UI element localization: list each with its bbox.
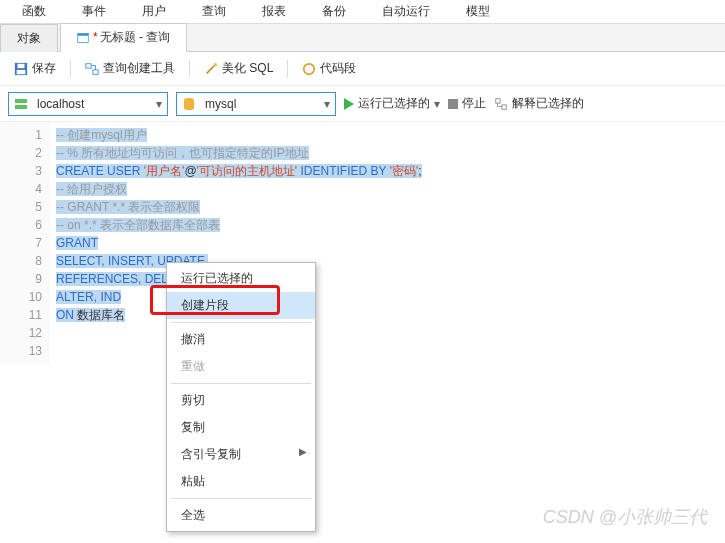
context-menu-separator [171,322,311,323]
chevron-down-icon: ▾ [319,97,335,111]
play-icon [344,98,354,110]
snippet-button[interactable]: 代码段 [296,57,362,80]
database-value: mysql [201,97,319,111]
watermark: CSDN @小张帅三代 [543,505,707,529]
chevron-down-icon: ▾ [151,97,167,111]
database-icon [181,96,197,112]
dirty-indicator: * [93,30,98,44]
svg-point-7 [214,62,218,66]
svg-rect-3 [17,69,26,73]
main-menubar: 函数事件用户查询报表备份自动运行模型 [0,0,725,24]
query-builder-icon [85,62,99,76]
save-label: 保存 [32,60,56,77]
chevron-down-icon: ▾ [434,97,440,111]
menu-item-4[interactable]: 报表 [244,0,304,23]
svg-rect-1 [78,33,89,35]
separator [287,60,288,78]
tab-objects[interactable]: 对象 [0,24,58,52]
svg-point-8 [304,63,315,74]
beautify-label: 美化 SQL [222,60,273,77]
sql-editor[interactable]: 12345678910111213 -- 创建mysql用户-- % 所有地址均… [0,122,725,364]
context-menu-separator [171,383,311,384]
menu-item-3[interactable]: 查询 [184,0,244,23]
svg-rect-13 [502,104,506,108]
code-line: -- on *.* 表示全部数据库全部表 [56,216,719,234]
context-menu-item[interactable]: 剪切 [167,387,315,414]
server-value: localhost [33,97,151,111]
tab-label: 对象 [17,31,41,45]
code-line: CREATE USER '用户名'@'可访问的主机地址' IDENTIFIED … [56,162,719,180]
stop-icon [448,99,458,109]
separator [189,60,190,78]
beautify-sql-button[interactable]: 美化 SQL [198,57,279,80]
context-menu-item: 重做 [167,353,315,380]
explain-icon [494,97,508,111]
menu-item-6[interactable]: 自动运行 [364,0,448,23]
context-menu-separator [171,498,311,499]
snippet-label: 代码段 [320,60,356,77]
code-line: GRANT [56,234,719,252]
connection-row: localhost ▾ mysql ▾ 运行已选择的 ▾ 停止 解释已选择的 [0,86,725,122]
query-builder-label: 查询创建工具 [103,60,175,77]
menu-item-1[interactable]: 事件 [64,0,124,23]
code-line: ON 数据库名 问的主机地址'; [56,306,719,324]
code-line: SELECT, INSERT, UPDATE, [56,252,719,270]
context-menu-item[interactable]: 复制 [167,414,315,441]
code-line: ALTER, IND IEW [56,288,719,306]
menu-item-0[interactable]: 函数 [4,0,64,23]
menu-item-5[interactable]: 备份 [304,0,364,23]
code-line: REFERENCES, DELETE, CREATE, DROP, [56,270,719,288]
server-icon [13,96,29,112]
code-line: -- GRANT *.* 表示全部权限 [56,198,719,216]
query-icon [77,32,89,44]
editor-context-menu: 运行已选择的创建片段撤消重做剪切复制含引号复制▶粘贴全选 [166,262,316,532]
tab-untitled-query[interactable]: *无标题 - 查询 [60,23,187,52]
query-toolbar: 保存 查询创建工具 美化 SQL 代码段 [0,52,725,86]
stop-button[interactable]: 停止 [448,95,486,112]
save-icon [14,62,28,76]
svg-rect-10 [15,105,27,109]
code-line: -- % 所有地址均可访问，也可指定特定的IP地址 [56,144,719,162]
code-line: -- 给用户授权 [56,180,719,198]
svg-rect-9 [15,99,27,103]
server-dropdown[interactable]: localhost ▾ [8,92,168,116]
menu-item-7[interactable]: 模型 [448,0,508,23]
run-selected-button[interactable]: 运行已选择的 ▾ [344,95,440,112]
explain-label: 解释已选择的 [512,95,584,112]
tab-bar: 对象 *无标题 - 查询 [0,24,725,52]
line-gutter: 12345678910111213 [0,122,50,364]
menu-item-2[interactable]: 用户 [124,0,184,23]
svg-rect-12 [496,98,500,102]
context-menu-item[interactable]: 全选 [167,502,315,529]
save-button[interactable]: 保存 [8,57,62,80]
stop-label: 停止 [462,95,486,112]
run-label: 运行已选择的 [358,95,430,112]
context-menu-item[interactable]: 创建片段 [167,292,315,319]
context-menu-item[interactable]: 运行已选择的 [167,265,315,292]
code-area[interactable]: -- 创建mysql用户-- % 所有地址均可访问，也可指定特定的IP地址CRE… [50,122,725,364]
query-builder-button[interactable]: 查询创建工具 [79,57,181,80]
svg-rect-6 [93,69,98,73]
separator [70,60,71,78]
wand-icon [204,62,218,76]
database-dropdown[interactable]: mysql ▾ [176,92,336,116]
snippet-icon [302,62,316,76]
tab-label: 无标题 - 查询 [100,30,171,44]
context-menu-item[interactable]: 粘贴 [167,468,315,495]
context-menu-item[interactable]: 撤消 [167,326,315,353]
submenu-arrow-icon: ▶ [299,446,307,457]
svg-rect-5 [86,63,91,67]
code-line: -- 创建mysql用户 [56,126,719,144]
context-menu-item[interactable]: 含引号复制▶ [167,441,315,468]
explain-selected-button[interactable]: 解释已选择的 [494,95,584,112]
svg-rect-4 [18,63,25,67]
